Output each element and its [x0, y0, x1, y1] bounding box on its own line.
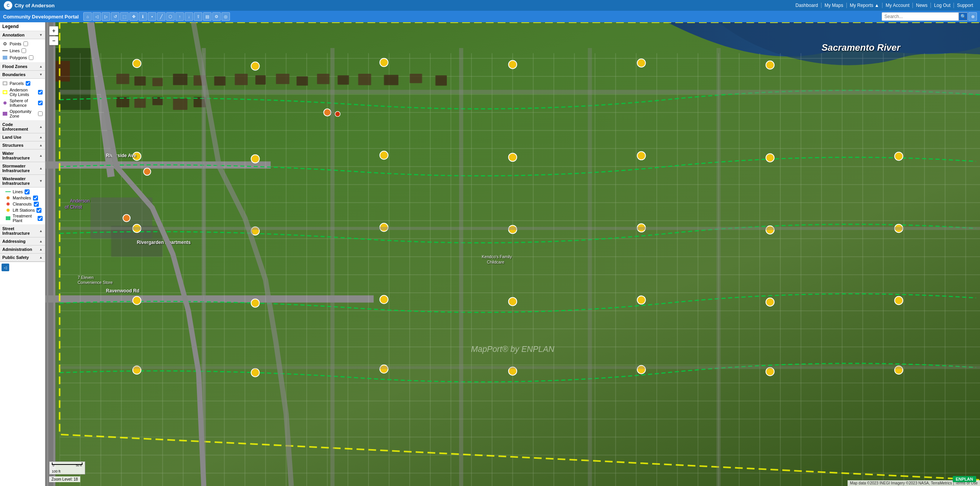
boundary-opportunity-zone-checkbox[interactable] [38, 111, 43, 116]
zoom-in-button[interactable]: + [49, 26, 58, 35]
search-options-button[interactable]: ⊕ [968, 12, 977, 21]
tool-draw-point[interactable]: • [148, 12, 156, 21]
tool-download[interactable]: ↓ [185, 12, 193, 21]
wastewater-lift-stations: Lift Stations [2, 207, 43, 213]
nav-support[interactable]: Support [954, 3, 976, 8]
section-boundaries[interactable]: Boundaries ▼ [0, 71, 45, 79]
opportunity-zone-icon [2, 111, 8, 116]
svg-point-38 [637, 59, 645, 67]
section-public-safety[interactable]: Public Safety ▲ [0, 254, 45, 262]
svg-rect-14 [173, 74, 187, 85]
tool-share[interactable]: ⇪ [194, 12, 202, 21]
section-wastewater-infrastructure-arrow: ▼ [39, 179, 43, 183]
tool-pan[interactable]: ✥ [129, 12, 138, 21]
section-land-use-label: Land Use [2, 135, 21, 139]
scale-label-50: 50 ft [76, 464, 82, 467]
section-wastewater-infrastructure-label: Wastewater Infrastructure [2, 176, 39, 186]
svg-rect-18 [255, 75, 266, 85]
svg-point-44 [637, 152, 645, 160]
org-name: City of Anderson [15, 3, 55, 8]
svg-point-35 [251, 62, 259, 70]
nav-myreports[interactable]: My Reports ▲ [847, 3, 883, 8]
section-boundaries-label: Boundaries [2, 72, 26, 77]
tool-forward[interactable]: ▷ [102, 12, 110, 21]
section-water-infrastructure-label: Water Infrastructure [2, 151, 39, 160]
nav-dashboard[interactable]: Dashboard [792, 3, 821, 8]
treatment-plant-icon [5, 216, 11, 221]
svg-rect-5 [45, 22, 56, 486]
parcels-icon [2, 81, 8, 86]
svg-point-60 [895, 296, 903, 304]
tool-draw-polygon[interactable]: ⬡ [166, 12, 175, 21]
boundary-parcels-checkbox[interactable] [26, 81, 30, 86]
wastewater-lift-stations-checkbox[interactable] [36, 208, 41, 213]
section-administration[interactable]: Administration ▲ [0, 245, 45, 254]
svg-point-70 [123, 214, 130, 222]
collapse-sidebar-button[interactable]: ◁ [2, 264, 9, 271]
search-input[interactable] [882, 12, 959, 21]
svg-point-36 [380, 58, 388, 66]
section-land-use[interactable]: Land Use ▲ [0, 133, 45, 141]
tool-print[interactable]: ▤ [203, 12, 212, 21]
boundary-sphere-of-influence-checkbox[interactable] [38, 101, 43, 105]
tool-home[interactable]: ⌂ [83, 12, 92, 21]
section-code-enforcement[interactable]: Code Enforcement ▲ [0, 121, 45, 133]
svg-rect-6 [47, 22, 48, 486]
boundary-anderson-city-limits: Anderson City Limits [2, 87, 43, 98]
wastewater-lines-checkbox[interactable] [25, 189, 30, 194]
section-flood-zones[interactable]: Flood Zones ▲ [0, 63, 45, 71]
annotation-polygons-checkbox[interactable] [29, 55, 33, 60]
annotation-lines-label: Lines [10, 48, 20, 53]
wastewater-manholes-checkbox[interactable] [33, 196, 38, 201]
nav-myaccount[interactable]: My Account [882, 3, 913, 8]
section-addressing-arrow: ▲ [39, 239, 43, 243]
boundary-anderson-city-limits-checkbox[interactable] [38, 90, 43, 95]
section-structures[interactable]: Structures ▲ [0, 141, 45, 149]
wastewater-cleanouts-label: Cleanouts [13, 202, 32, 206]
tool-zoom-rect[interactable]: ⬚ [120, 12, 129, 21]
annotation-points-label: Points [10, 41, 21, 46]
nav-logout[interactable]: Log Out [931, 3, 954, 8]
tool-settings[interactable]: ⚙ [212, 12, 221, 21]
tool-back[interactable]: ◁ [93, 12, 101, 21]
tool-identify[interactable]: ℹ [139, 12, 147, 21]
legend-title: Legend [0, 22, 45, 31]
tool-refresh[interactable]: ↺ [111, 12, 119, 21]
svg-text:Anderson: Anderson [70, 198, 90, 204]
svg-point-49 [380, 223, 388, 231]
wastewater-treatment-plant: Treatment Plant [2, 213, 43, 223]
svg-point-41 [251, 155, 259, 163]
section-addressing[interactable]: Addressing ▲ [0, 237, 45, 245]
svg-rect-11 [116, 74, 129, 84]
cleanouts-icon [5, 201, 11, 207]
svg-rect-17 [235, 74, 248, 85]
wastewater-lines: Lines [2, 189, 43, 195]
tool-locate[interactable]: ◎ [221, 12, 230, 21]
section-annotation[interactable]: Annotation ▼ [0, 31, 45, 39]
annotation-lines-checkbox[interactable] [21, 48, 26, 53]
annotation-points-checkbox[interactable] [23, 41, 28, 46]
svg-point-50 [509, 225, 517, 233]
annotation-points: Points [2, 40, 43, 47]
logo-area: C City of Anderson [4, 1, 55, 10]
section-water-infrastructure[interactable]: Water Infrastructure ▲ [0, 149, 45, 162]
nav-news[interactable]: News [913, 3, 931, 8]
svg-point-47 [133, 224, 141, 232]
svg-rect-4 [45, 61, 70, 82]
wastewater-cleanouts-checkbox[interactable] [34, 202, 39, 207]
svg-point-43 [509, 153, 517, 161]
enplan-badge: ENPLAN [953, 476, 976, 482]
map-container[interactable]: North St Riverside Ave Ravenwood Rd Rive… [45, 22, 980, 486]
wastewater-treatment-plant-checkbox[interactable] [38, 216, 43, 221]
section-stormwater-infrastructure[interactable]: Stormwater Infrastructure ▲ [0, 162, 45, 175]
tool-draw-line[interactable]: ╱ [157, 12, 165, 21]
section-street-infrastructure[interactable]: Street Infrastructure ▲ [0, 225, 45, 237]
wastewater-manholes-label: Manholes [13, 196, 31, 200]
nav-mymaps[interactable]: My Maps [821, 3, 847, 8]
search-button[interactable]: 🔍 [959, 12, 968, 21]
tool-upload[interactable]: ↑ [175, 12, 184, 21]
svg-point-67 [895, 366, 903, 374]
section-wastewater-infrastructure[interactable]: Wastewater Infrastructure ▼ [0, 175, 45, 187]
svg-rect-1 [45, 22, 980, 486]
zoom-out-button[interactable]: − [49, 36, 58, 45]
